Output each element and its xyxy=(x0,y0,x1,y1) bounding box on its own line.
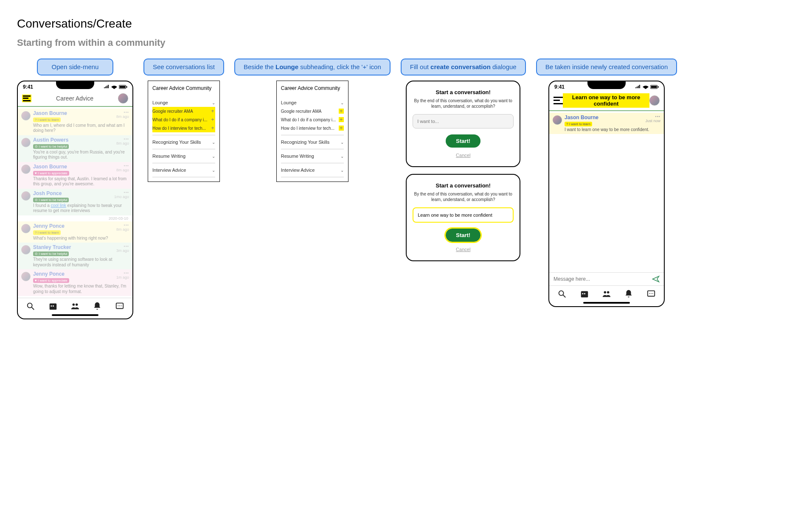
svg-point-3 xyxy=(28,303,32,308)
panel-item[interactable]: How do I interview for tech...+ xyxy=(152,124,215,132)
message-item[interactable]: Jenny Ponce? I want to learnWhat's happe… xyxy=(18,221,132,243)
step-label-2: See conversations list xyxy=(143,59,224,75)
panel-item[interactable]: Google recruiter AMA+ xyxy=(152,107,215,115)
message-text: What's happening with hiring right now? xyxy=(33,236,129,241)
panel-section-header[interactable]: Lounge⌄ xyxy=(281,98,344,107)
svg-rect-7 xyxy=(53,305,54,307)
more-icon[interactable]: ••• xyxy=(116,164,129,168)
calendar-icon[interactable] xyxy=(580,289,589,299)
hamburger-icon[interactable] xyxy=(22,95,31,102)
svg-line-18 xyxy=(563,295,566,297)
panel-section-header[interactable]: Interview Advice⌄ xyxy=(281,166,344,174)
chevron-down-icon: ⌄ xyxy=(212,168,215,173)
cancel-link[interactable]: Cancel xyxy=(456,247,470,252)
message-text: Who am I, where did I come from, and wha… xyxy=(33,123,129,134)
avatar[interactable] xyxy=(649,95,660,106)
message-item[interactable]: Jason Bourne ? I want to learn I want to… xyxy=(549,113,664,134)
statusbar: 9:41 xyxy=(549,81,664,91)
search-icon[interactable] xyxy=(557,289,567,299)
more-icon[interactable]: ••• xyxy=(116,223,129,227)
avatar xyxy=(553,115,562,125)
chat-icon[interactable] xyxy=(115,302,124,311)
panel-section-header[interactable]: Lounge⌄ xyxy=(152,98,215,107)
panel-title: Career Advice Community xyxy=(152,85,215,92)
panel-item[interactable]: How do I interview for tech...+ xyxy=(281,124,344,132)
panel-item[interactable]: What do I do if a company i...+ xyxy=(152,115,215,124)
avatar xyxy=(21,191,31,201)
people-icon[interactable] xyxy=(602,289,611,299)
chevron-down-icon: ⌄ xyxy=(340,168,344,173)
message-author: Jason Bourne xyxy=(33,164,129,170)
bell-icon[interactable] xyxy=(624,289,633,299)
plus-icon[interactable]: + xyxy=(339,109,344,114)
message-item[interactable]: Austin Powers⊙ I want to be helpfulYou'r… xyxy=(18,135,132,162)
avatar[interactable] xyxy=(118,93,128,103)
plus-icon[interactable]: + xyxy=(210,126,215,131)
side-panel-2: Career Advice Community Lounge⌄Google re… xyxy=(276,81,348,182)
avatar xyxy=(21,245,31,254)
svg-rect-1 xyxy=(120,86,126,88)
message-item[interactable]: Jenny Ponce♥ I want to appreciateWow, th… xyxy=(18,269,132,296)
plus-icon[interactable]: + xyxy=(339,126,344,131)
search-icon[interactable] xyxy=(26,302,35,311)
send-icon[interactable] xyxy=(652,275,660,283)
message-input[interactable] xyxy=(554,276,652,282)
bell-icon[interactable] xyxy=(93,302,102,311)
chat-icon[interactable] xyxy=(646,289,656,299)
avatar xyxy=(21,272,31,281)
start-button-highlighted[interactable]: Start! xyxy=(446,229,480,242)
more-icon[interactable]: ••• xyxy=(645,115,660,119)
more-icon[interactable]: ••• xyxy=(114,190,129,195)
calendar-icon[interactable] xyxy=(48,302,58,311)
svg-point-11 xyxy=(118,305,118,306)
svg-rect-20 xyxy=(582,293,583,294)
svg-point-27 xyxy=(652,293,653,294)
message-item[interactable]: Josh Ponce⊙ I want to be helpfulI found … xyxy=(18,189,132,215)
more-icon[interactable]: ••• xyxy=(116,110,129,115)
create-dialog-empty: Start a conversation! By the end of this… xyxy=(406,81,520,167)
message-text: I found a cool link explaining how to tw… xyxy=(33,203,129,214)
avatar xyxy=(21,224,31,233)
dialog-input-filled[interactable] xyxy=(413,207,514,223)
dialog-subtitle: By the end of this conversation, what do… xyxy=(413,191,514,202)
panel-item[interactable]: What do I do if a company i...+ xyxy=(281,115,344,124)
more-icon[interactable]: ••• xyxy=(116,244,129,249)
panel-section-header[interactable]: Resume Writing⌄ xyxy=(152,152,215,160)
page-subtitle: Starting from within a community xyxy=(17,37,795,48)
start-button[interactable]: Start! xyxy=(446,134,480,148)
chevron-down-icon: ⌄ xyxy=(340,154,344,159)
more-icon[interactable]: ••• xyxy=(116,271,129,275)
step-label-5: Be taken inside newly created conversati… xyxy=(536,59,677,75)
topbar-title-highlight: Learn one way to be more confident xyxy=(563,93,649,108)
statusbar: 9:41 xyxy=(18,81,132,91)
status-time: 9:41 xyxy=(23,84,33,90)
panel-section-header[interactable]: Recognizing Your Skills⌄ xyxy=(281,138,344,146)
svg-point-26 xyxy=(651,293,652,294)
panel-section-header[interactable]: Resume Writing⌄ xyxy=(281,152,344,160)
side-panel-1: Career Advice Community Lounge⌄Google re… xyxy=(148,81,220,182)
plus-icon[interactable]: + xyxy=(210,117,215,122)
svg-rect-6 xyxy=(51,305,52,307)
message-meta: •••8m ago xyxy=(116,223,129,232)
avatar xyxy=(21,138,31,147)
more-icon[interactable]: ••• xyxy=(116,137,129,141)
dialog-input-empty[interactable] xyxy=(413,114,514,128)
cancel-link[interactable]: Cancel xyxy=(456,153,470,158)
hamburger-icon[interactable] xyxy=(554,97,563,104)
tabbar xyxy=(549,285,664,300)
people-icon[interactable] xyxy=(70,302,80,311)
panel-item[interactable]: Google recruiter AMA+ xyxy=(281,107,344,115)
plus-icon[interactable]: + xyxy=(210,109,215,114)
message-meta: ••• Just now xyxy=(645,115,660,123)
message-item[interactable]: Jason Bourne♥ I want to appreciateThanks… xyxy=(18,162,132,189)
message-item[interactable]: Stanley Trucker⊙ I want to be helpfulThe… xyxy=(18,243,132,269)
panel-section-header[interactable]: Recognizing Your Skills⌄ xyxy=(152,138,215,146)
message-tag: ⊙ I want to be helpful xyxy=(33,198,69,202)
plus-icon[interactable]: + xyxy=(339,117,344,122)
chevron-down-icon: ⌄ xyxy=(212,101,215,105)
message-item[interactable]: Jason Bourne? I want to learnWho am I, w… xyxy=(18,109,132,135)
messages-area[interactable]: Jason Bourne ? I want to learn I want to… xyxy=(549,111,664,272)
messages-area[interactable]: Jason Bourne? I want to learnWho am I, w… xyxy=(18,107,132,298)
panel-section-header[interactable]: Interview Advice⌄ xyxy=(152,166,215,174)
message-meta: •••8m ago xyxy=(116,110,129,119)
